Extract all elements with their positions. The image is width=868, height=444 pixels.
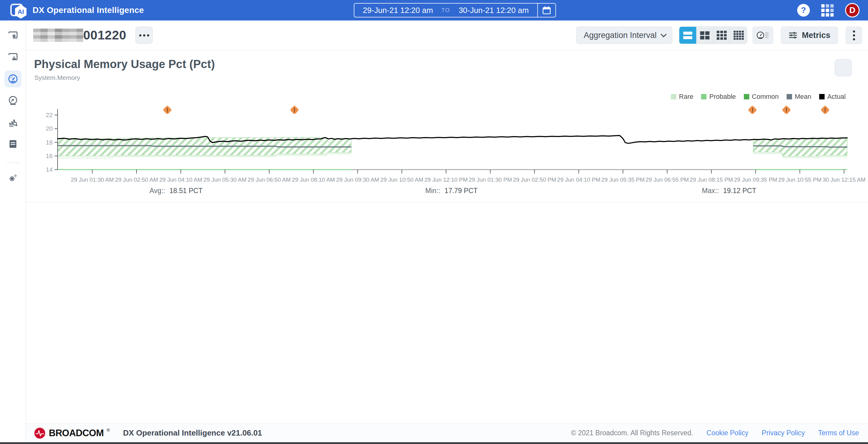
entity-id: 001220 — [83, 28, 126, 42]
calendar-button[interactable] — [537, 4, 555, 17]
copyright: © 2021 Broadcom. All Rights Reserved. — [571, 429, 693, 437]
tune-icon — [788, 31, 798, 40]
entity-header: 001220 Aggregation Interval — [26, 21, 868, 50]
stat-max: Max::19.12 PCT — [702, 187, 756, 195]
app-logo[interactable]: AI — [8, 1, 27, 19]
gears-icon — [7, 172, 19, 184]
bar-search-icon — [7, 117, 19, 128]
cookie-policy-link[interactable]: Cookie Policy — [707, 429, 748, 437]
sidebar — [0, 21, 26, 444]
help-icon: ? — [801, 6, 806, 15]
x-tick-label: 29 Jun 05:35 PM — [601, 177, 645, 183]
footer-links: © 2021 Broadcom. All Rights Reserved. Co… — [571, 429, 859, 437]
layout-3x3-button[interactable] — [713, 27, 730, 44]
svg-text:!: ! — [293, 106, 296, 114]
x-tick-label: 29 Jun 09:30 AM — [336, 177, 379, 183]
bottom-scrollbar-strip[interactable] — [0, 442, 868, 444]
sidebar-divider — [6, 163, 20, 163]
legend-swatch — [744, 94, 749, 99]
app-title: DX Operational Intelligence — [33, 5, 144, 15]
y-tick-label: 22 — [46, 112, 53, 118]
layout-4x4-icon — [734, 31, 744, 40]
app-grid-button[interactable] — [821, 4, 834, 17]
x-tick-label: 29 Jun 05:30 AM — [204, 177, 247, 183]
gauge-list-icon — [756, 30, 770, 41]
svg-text:!: ! — [785, 106, 787, 114]
gauge-view-button[interactable] — [752, 27, 773, 44]
chart-more-button[interactable] — [835, 59, 852, 76]
layout-single-icon — [683, 32, 692, 39]
x-tick-label: 29 Jun 06:50 AM — [248, 177, 291, 183]
chart-subtitle: System.Memory — [34, 74, 80, 81]
chart-card-divider — [26, 202, 868, 203]
header-controls: Aggregation Interval — [576, 27, 862, 44]
broadcom-logo-icon — [34, 427, 46, 439]
sidebar-item-screen-settings[interactable] — [4, 27, 22, 44]
broadcom-wordmark: BROADCOM — [49, 428, 104, 439]
x-tick-label: 29 Jun 04:10 AM — [159, 177, 202, 183]
date-from[interactable]: 29-Jun-21 12:20 am — [354, 4, 441, 17]
y-tick-label: 18 — [46, 139, 53, 146]
legend-swatch — [671, 94, 676, 99]
screen-settings-icon — [7, 30, 19, 41]
x-tick-label: 29 Jun 09:35 PM — [734, 177, 777, 183]
terms-of-use-link[interactable]: Terms of Use — [818, 429, 859, 437]
top-bar: AI DX Operational Intelligence 29-Jun-21… — [0, 0, 868, 21]
anomaly-marker[interactable]: ! — [290, 105, 299, 115]
privacy-policy-link[interactable]: Privacy Policy — [762, 429, 805, 437]
x-tick-label: 29 Jun 10:50 AM — [380, 177, 424, 183]
metrics-button[interactable]: Metrics — [781, 27, 838, 44]
x-tick-label: 29 Jun 02:50 PM — [513, 177, 556, 183]
aggregation-interval-dropdown[interactable]: Aggregation Interval — [576, 27, 673, 44]
inventory-icon — [7, 138, 19, 150]
date-range-picker[interactable]: 29-Jun-21 12:20 am TO 30-Jun-21 12:20 am — [354, 3, 556, 18]
kebab-menu-button[interactable] — [846, 27, 862, 44]
sidebar-item-alarms[interactable] — [4, 49, 22, 66]
calendar-icon — [541, 5, 551, 15]
y-tick-label: 14 — [46, 166, 53, 173]
date-to[interactable]: 30-Jun-21 12:20 am — [450, 4, 537, 17]
topbar-actions: ? D — [797, 3, 860, 18]
sidebar-item-analysis[interactable] — [4, 114, 22, 131]
sidebar-item-administration[interactable] — [4, 169, 22, 186]
layout-single-button[interactable] — [679, 27, 696, 44]
footer: BROADCOM ® DX Operational Intelligence v… — [26, 423, 868, 442]
legend-swatch — [819, 94, 825, 99]
x-tick-label: 29 Jun 12:10 PM — [424, 177, 468, 183]
memory-usage-chart[interactable]: 141618202229 Jun 01:30 AM29 Jun 02:50 AM… — [26, 99, 868, 193]
svg-text:!: ! — [824, 106, 826, 114]
date-to-label: TO — [441, 4, 450, 17]
sidebar-item-performance[interactable] — [4, 92, 22, 109]
aggregation-interval-label: Aggregation Interval — [584, 31, 657, 40]
layout-toggle-group — [679, 27, 747, 44]
x-tick-label: 29 Jun 01:30 AM — [71, 177, 114, 183]
stat-min: Min::17.79 PCT — [425, 187, 478, 195]
anomaly-marker[interactable]: ! — [782, 105, 791, 115]
y-tick-label: 20 — [46, 125, 53, 132]
main-content: 001220 Aggregation Interval — [26, 21, 868, 444]
x-tick-label: 29 Jun 01:30 PM — [469, 177, 512, 183]
layout-3x3-icon — [717, 31, 727, 40]
sidebar-item-dashboards-active[interactable] — [4, 70, 22, 87]
anomaly-marker[interactable]: ! — [748, 105, 757, 115]
x-tick-label: 29 Jun 10:55 PM — [778, 177, 822, 183]
chevron-down-icon — [661, 31, 667, 37]
product-version: DX Operational Intelligence v21.06.01 — [123, 429, 262, 438]
layout-4x4-button[interactable] — [730, 27, 747, 44]
help-button[interactable]: ? — [797, 4, 810, 17]
legend-swatch — [701, 94, 707, 99]
anomaly-marker[interactable]: ! — [820, 105, 830, 115]
y-tick-label: 16 — [46, 152, 53, 159]
avatar[interactable]: D — [845, 3, 860, 18]
x-tick-label: 30 Jun 12:15 AM — [823, 177, 866, 183]
sidebar-item-inventory[interactable] — [4, 135, 22, 152]
x-tick-label: 29 Jun 02:50 AM — [115, 177, 158, 183]
screen-alert-icon — [7, 52, 19, 63]
entity-more-button[interactable] — [135, 27, 153, 44]
layout-2x2-icon — [700, 31, 710, 39]
anomaly-marker[interactable]: ! — [163, 105, 172, 115]
app-root: AI DX Operational Intelligence 29-Jun-21… — [0, 0, 868, 444]
layout-2x2-button[interactable] — [696, 27, 713, 44]
registered-mark: ® — [107, 428, 110, 433]
x-tick-label: 29 Jun 08:15 PM — [690, 177, 733, 183]
